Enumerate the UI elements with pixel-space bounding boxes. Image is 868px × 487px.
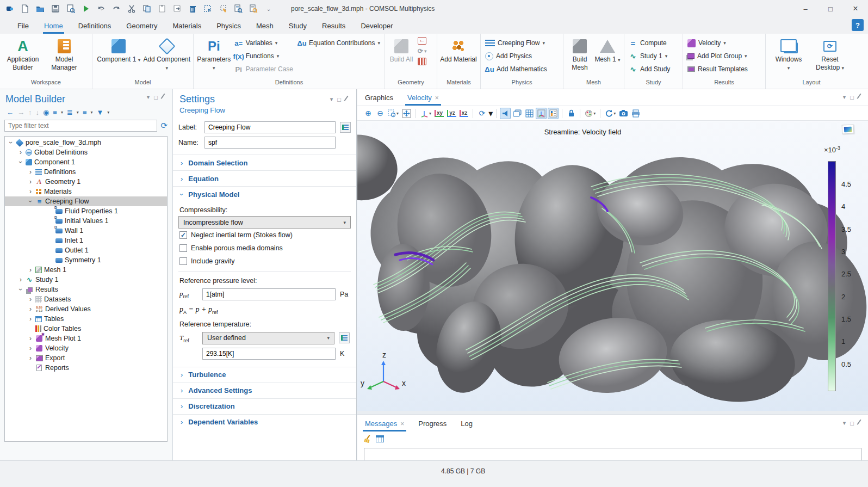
menu-tab-study[interactable]: Study xyxy=(281,17,314,34)
message-table-icon[interactable] xyxy=(376,435,384,442)
float-icon[interactable]: □ xyxy=(154,94,158,101)
environment-icon[interactable] xyxy=(512,108,523,119)
tree-item-derived-values[interactable]: ›8.85e-12Derived Values xyxy=(5,304,167,314)
update-geometry-icon[interactable]: ⟳ xyxy=(418,47,423,55)
pin-icon[interactable] xyxy=(344,96,351,103)
refresh-icon[interactable]: ⟳ xyxy=(160,121,168,131)
run-icon[interactable] xyxy=(79,2,92,15)
search-doc-icon[interactable] xyxy=(247,2,260,15)
help-button[interactable]: ? xyxy=(852,19,864,31)
cut-icon[interactable] xyxy=(125,2,138,15)
forward-icon[interactable]: → xyxy=(17,108,24,116)
pin-icon[interactable] xyxy=(161,94,168,101)
zoom-extents-icon[interactable] xyxy=(401,108,412,119)
tab-messages[interactable]: Messages× xyxy=(365,420,404,431)
equation-contributions-button[interactable]: Δu Equation Contributions▾ xyxy=(297,37,380,49)
view-xz-icon[interactable]: xz xyxy=(458,108,470,119)
show-options-icon[interactable]: ◉ xyxy=(43,108,49,116)
tree-item-fluid-properties[interactable]: ›Fluid Properties 1 xyxy=(5,206,167,216)
image-settings-icon[interactable]: ▾ xyxy=(584,108,597,119)
virtual-operations-icon[interactable] xyxy=(418,58,426,65)
print-icon[interactable] xyxy=(630,108,641,119)
compressibility-dropdown[interactable]: Incompressible flow▾ xyxy=(178,216,351,229)
creeping-flow-button[interactable]: Creeping Flow▾ xyxy=(485,37,547,49)
parameter-case-button[interactable]: Pi Parameter Case xyxy=(234,63,293,75)
filter-input[interactable] xyxy=(4,120,157,132)
update-plot-icon[interactable]: ▾ xyxy=(604,108,617,119)
expander-icon[interactable]: › xyxy=(28,315,33,323)
float-icon[interactable]: □ xyxy=(337,96,341,103)
show-grid-icon[interactable] xyxy=(524,108,535,119)
mesh1-button[interactable]: Mesh 1 ▾ xyxy=(594,36,621,64)
panel-menu-icon[interactable]: ▾ xyxy=(843,94,846,101)
component-button[interactable]: Component 1 ▾ xyxy=(95,36,143,64)
tree-item-wall1[interactable]: ›Wall 1 xyxy=(5,226,167,236)
panel-menu-icon[interactable]: ▾ xyxy=(147,94,150,101)
tree-item-reports[interactable]: ›Reports xyxy=(5,363,167,373)
tree-item-initial-values[interactable]: ›Initial Values 1 xyxy=(5,216,167,226)
close-button[interactable]: × xyxy=(843,0,868,17)
result-templates-button[interactable]: Result Templates xyxy=(687,63,748,75)
tree-item-mesh-plot1[interactable]: ›Mesh Plot 1 xyxy=(5,334,167,343)
open-file-icon[interactable] xyxy=(34,2,47,15)
menu-tab-materials[interactable]: Materials xyxy=(165,17,209,34)
view-yz-icon[interactable]: yz xyxy=(446,108,457,119)
tree-item-definitions[interactable]: ›Definitions xyxy=(5,167,167,177)
new-file-icon[interactable] xyxy=(18,2,32,15)
tab-progress[interactable]: Progress xyxy=(418,420,447,431)
panel-menu-icon[interactable]: ▾ xyxy=(843,420,846,427)
maximize-button[interactable]: □ xyxy=(818,0,843,17)
tree-item-velocity[interactable]: ›Velocity xyxy=(5,343,167,353)
go-to-view-icon[interactable]: ▾ xyxy=(419,108,432,119)
close-tab-icon[interactable]: × xyxy=(400,420,404,428)
tref-dropdown[interactable]: User defined▾ xyxy=(202,332,334,344)
expander-icon[interactable]: › xyxy=(28,168,33,176)
expander-icon[interactable]: › xyxy=(18,276,23,283)
zoom-box-icon[interactable]: ▾ xyxy=(387,108,400,119)
menu-tab-developer[interactable]: Developer xyxy=(353,17,400,34)
porous-checkbox-row[interactable]: Enable porous media domains xyxy=(178,242,351,255)
collapse-icon[interactable]: ≣ xyxy=(67,108,73,116)
brush-icon[interactable] xyxy=(216,2,230,15)
redo-icon[interactable] xyxy=(110,2,123,15)
scene-light-icon[interactable] xyxy=(500,108,511,119)
expander-icon[interactable]: › xyxy=(27,199,34,204)
add-material-button[interactable]: Add Material xyxy=(439,36,478,64)
variables-button[interactable]: a= Variables▾ xyxy=(234,37,293,49)
expand-icon[interactable]: ≡ xyxy=(53,108,57,116)
gravity-checkbox[interactable] xyxy=(179,257,187,265)
tree-item-results[interactable]: ›Results xyxy=(5,285,167,294)
expander-icon[interactable]: › xyxy=(18,149,23,156)
stokes-checkbox-row[interactable]: ✓ Neglect inertial term (Stokes flow) xyxy=(178,229,351,242)
porous-checkbox[interactable] xyxy=(179,244,187,252)
name-input[interactable] xyxy=(204,137,336,149)
filter-icon[interactable]: ▼ xyxy=(96,108,103,116)
paste-icon[interactable] xyxy=(156,2,169,15)
rename-list-icon[interactable] xyxy=(340,122,351,133)
undo-icon[interactable] xyxy=(95,2,108,15)
pin-icon[interactable] xyxy=(857,94,864,101)
menu-tab-results[interactable]: Results xyxy=(314,17,353,34)
build-all-button[interactable]: Build All xyxy=(387,36,416,64)
move-down-icon[interactable]: ↓ xyxy=(36,108,40,116)
lock-axis-icon[interactable] xyxy=(566,108,576,119)
customize-toolbar-icon[interactable]: ⌄ xyxy=(262,2,275,15)
insert-sequence-icon[interactable] xyxy=(418,37,426,45)
tab-velocity[interactable]: Velocity× xyxy=(407,94,439,106)
application-builder-button[interactable]: A Application Builder xyxy=(2,36,44,72)
pin-icon[interactable] xyxy=(857,420,864,427)
tree-item-mesh1[interactable]: ›Mesh 1 xyxy=(5,265,167,275)
expander-icon[interactable]: › xyxy=(28,354,33,362)
menu-tab-home[interactable]: Home xyxy=(36,17,71,34)
tree-item-geometry1[interactable]: ›AGeometry 1 xyxy=(5,177,167,187)
expander-icon[interactable]: › xyxy=(28,188,33,195)
duplicate-icon[interactable] xyxy=(171,2,184,15)
windows-button[interactable]: Windows▾ xyxy=(768,36,809,72)
parameters-button[interactable]: Pi Parameters▾ xyxy=(196,36,232,72)
save-icon[interactable] xyxy=(49,2,62,15)
expander-icon[interactable]: › xyxy=(28,295,33,303)
tree-item-inlet1[interactable]: ›Inlet 1 xyxy=(5,236,167,245)
add-physics-button[interactable]: Add Physics xyxy=(485,50,547,62)
show-axis-icon[interactable] xyxy=(536,108,547,119)
menu-tab-mesh[interactable]: Mesh xyxy=(249,17,281,34)
